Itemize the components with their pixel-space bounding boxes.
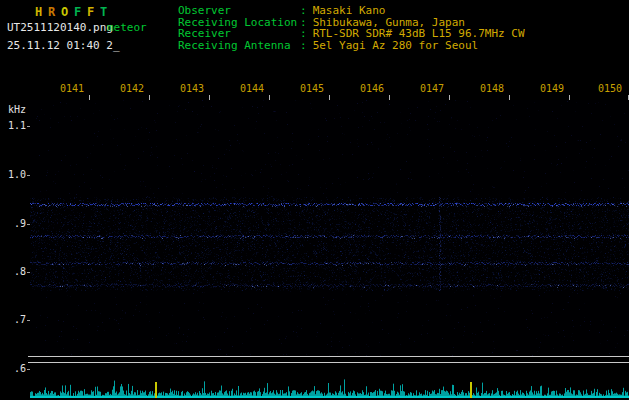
x-axis-label: 0150 (598, 84, 624, 94)
separator-line (28, 356, 629, 357)
y-axis-label: .6 (0, 364, 26, 374)
output-filename: UT2511120140.png (7, 21, 113, 34)
x-axis-label: 0144 (240, 84, 266, 94)
station-info: Observer:Masaki Kano Receiving Location:… (178, 5, 525, 51)
y-axis-label: .8 (0, 267, 26, 277)
y-axis-label: 1.0 (0, 170, 26, 180)
info-value: 5el Yagi Az 280 for Seoul (313, 39, 479, 52)
x-axis-label: 0146 (360, 84, 386, 94)
app-title-letter: T (100, 5, 113, 19)
y-axis-label: 1.1 (0, 121, 26, 131)
spectrogram-canvas (30, 100, 629, 356)
info-label: Receiver (178, 28, 300, 40)
x-axis-label: 0149 (540, 84, 566, 94)
hrofft-screen: HROFFT UT2511120140.png meteor 25.11.12 … (0, 0, 629, 400)
x-axis-label: 0142 (120, 84, 146, 94)
app-title: HROFFT (35, 5, 113, 19)
info-label: Observer (178, 5, 300, 17)
y-axis-label: .9 (0, 219, 26, 229)
info-row-antenna: Receiving Antenna:5el Yagi Az 280 for Se… (178, 40, 525, 52)
app-title-letter: F (87, 5, 100, 19)
y-axis-unit: kHz (0, 105, 26, 115)
x-axis-label: 0141 (60, 84, 86, 94)
info-colon: : (300, 39, 313, 52)
app-title-letter: H (35, 5, 48, 19)
x-axis-label: 0143 (180, 84, 206, 94)
x-axis-label: 0147 (420, 84, 446, 94)
mode-label: meteor (107, 21, 147, 34)
info-label: Receiving Antenna (178, 40, 300, 52)
app-title-letter: R (48, 5, 61, 19)
signal-strip-canvas (30, 364, 629, 398)
x-axis-label: 0145 (300, 84, 326, 94)
app-title-letter: F (74, 5, 87, 19)
x-axis-label: 0148 (480, 84, 506, 94)
y-axis-label: .7 (0, 315, 26, 325)
app-title-letter: O (61, 5, 74, 19)
separator-line (28, 362, 629, 363)
timestamp: 25.11.12 01:40 2_ (7, 39, 120, 52)
